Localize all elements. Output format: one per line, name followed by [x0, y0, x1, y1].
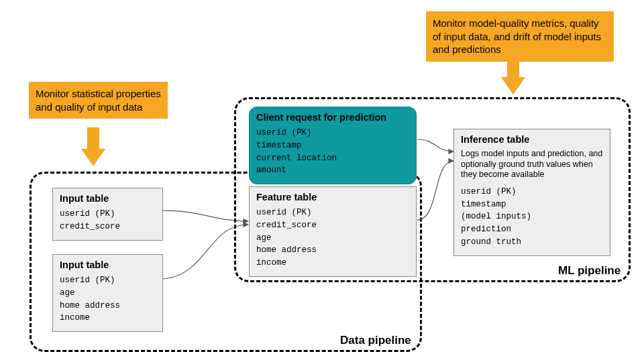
callout-arrow-head-right — [501, 77, 525, 95]
callout-monitor-model-quality: Monitor model-quality metrics, quality o… — [426, 11, 614, 62]
feature-table-fields: userid (PK) credit_score age home addres… — [256, 206, 409, 269]
inference-table-desc: Logs model inputs and prediction, and op… — [461, 149, 603, 180]
input-table-2: Input table userid (PK) age home address… — [52, 254, 163, 332]
client-request-table: Client request for prediction userid (PK… — [249, 107, 417, 184]
feature-table: Feature table userid (PK) credit_score a… — [249, 186, 417, 277]
callout-arrow-stem-right — [507, 56, 519, 79]
input-table-1-fields: userid (PK) credit_score — [60, 208, 156, 233]
inference-table-title: Inference table — [461, 134, 603, 145]
input-table-2-fields: userid (PK) age home address income — [60, 274, 156, 324]
input-table-1-title: Input table — [60, 193, 156, 204]
client-request-fields: userid (PK) timestamp current location a… — [256, 127, 409, 177]
input-table-1: Input table userid (PK) credit_score — [52, 188, 163, 241]
input-table-2-title: Input table — [60, 259, 156, 270]
callout-arrow-stem-left — [87, 127, 99, 151]
inference-table: Inference table Logs model inputs and pr… — [453, 129, 610, 256]
feature-table-title: Feature table — [256, 192, 409, 202]
callout-monitor-input-data: Monitor statistical properties and quali… — [29, 82, 168, 119]
inference-table-fields: userid (PK) timestamp (model inputs) pre… — [461, 186, 603, 249]
region-label-data-pipeline: Data pipeline — [340, 334, 411, 347]
region-label-ml-pipeline: ML pipeline — [558, 264, 621, 278]
client-request-title: Client request for prediction — [256, 112, 409, 123]
callout-arrow-head-left — [81, 149, 105, 166]
